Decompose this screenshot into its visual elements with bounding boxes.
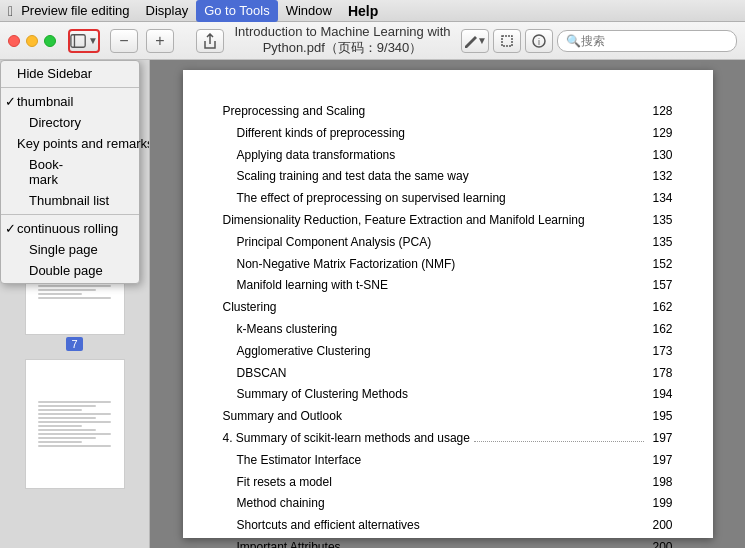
toc-dots [409, 136, 643, 137]
search-input[interactable] [557, 30, 737, 52]
toc-title: Principal Component Analysis (PCA) [223, 233, 432, 253]
toc-title: DBSCAN [223, 364, 287, 384]
thumbnail-item[interactable]: thumbnail [1, 91, 139, 112]
thumbnail-list-item[interactable]: Thumbnail list [1, 190, 139, 211]
svg-rect-2 [502, 36, 512, 46]
toc-title: Manifold learning with t-SNE [223, 276, 388, 296]
toc-dots [375, 354, 644, 355]
toc-dots [473, 179, 644, 180]
page-number-badge-7: 7 [66, 337, 82, 351]
toc-dots [392, 288, 644, 289]
maximize-button[interactable] [44, 35, 56, 47]
toc-row: Manifold learning with t-SNE157 [223, 276, 673, 296]
thumb-line [38, 285, 111, 287]
thumb-line [38, 441, 82, 443]
thumb-line [38, 293, 82, 295]
toc-dots [336, 485, 644, 486]
toc-page-number: 194 [648, 385, 673, 405]
hide-sidebar-item[interactable]: Hide Sidebar [1, 63, 139, 84]
selection-icon [500, 34, 514, 48]
menu-bar:  Preview file editing Display Go to Too… [0, 0, 745, 22]
toc-page-number: 135 [648, 233, 673, 253]
toc-dots [329, 506, 644, 507]
toc-title: The Estimator Interface [223, 451, 362, 471]
toc-table: Preprocessing and Scaling128Different ki… [223, 102, 673, 548]
toc-row: Principal Component Analysis (PCA)135 [223, 233, 673, 253]
bookmark-item[interactable]: Book-mark [1, 154, 139, 190]
toc-dots [341, 332, 643, 333]
thumbnail-item-8[interactable] [25, 359, 125, 489]
thumb-line [38, 445, 111, 447]
toc-page-number: 178 [648, 364, 673, 384]
thumb-line [38, 437, 96, 439]
zoom-in-button[interactable]: + [146, 29, 174, 53]
pen-icon [463, 34, 477, 48]
toc-row: Method chaining199 [223, 494, 673, 514]
toc-title: Scaling training and test data the same … [223, 167, 469, 187]
menu-help[interactable]: Help [340, 0, 386, 22]
select-button[interactable] [493, 29, 521, 53]
toolbar-right: ▼ i [461, 29, 737, 53]
thumb-line [38, 409, 82, 411]
toc-dots [281, 310, 644, 311]
info-icon: i [532, 34, 546, 48]
svg-text:i: i [538, 37, 540, 47]
sidebar: Hide Sidebar thumbnail Directory Key poi… [0, 60, 150, 548]
annotate-dropdown-arrow: ▼ [477, 35, 487, 46]
continuous-rolling-item[interactable]: continuous rolling [1, 218, 139, 239]
toc-row: Important Attributes200 [223, 538, 673, 548]
toc-page-number: 152 [648, 255, 673, 275]
info-button[interactable]: i [525, 29, 553, 53]
toc-page-number: 198 [648, 473, 673, 493]
toc-page-number: 135 [648, 211, 673, 231]
toc-row: Scaling training and test data the same … [223, 167, 673, 187]
share-button[interactable] [196, 29, 224, 53]
toc-page-number: 200 [648, 538, 673, 548]
single-page-item[interactable]: Single page [1, 239, 139, 260]
toc-title: Summary of Clustering Methods [223, 385, 408, 405]
toc-dots [424, 528, 644, 529]
toc-page-number: 173 [648, 342, 673, 362]
toc-row: Fit resets a model198 [223, 473, 673, 493]
annotate-button[interactable]: ▼ [461, 29, 489, 53]
zoom-out-button[interactable]: − [110, 29, 138, 53]
pdf-page: Preprocessing and Scaling128Different ki… [183, 70, 713, 538]
toc-title: Fit resets a model [223, 473, 332, 493]
menu-display[interactable]: Display [138, 0, 197, 22]
toc-row: Dimensionality Reduction, Feature Extrac… [223, 211, 673, 231]
toc-title: The effect of preprocessing on supervise… [223, 189, 506, 209]
thumb-line [38, 297, 111, 299]
window-toolbar: ▼ − + Introduction to Machine Learning w… [0, 22, 745, 60]
directory-item[interactable]: Directory [1, 112, 139, 133]
toc-title: 4. Summary of scikit-learn methods and u… [223, 429, 470, 449]
menu-go-to-tools[interactable]: Go to Tools [196, 0, 278, 22]
menu-app-name[interactable]: Preview file editing [13, 0, 137, 22]
toc-row: Summary and Outlook195 [223, 407, 673, 427]
toc-dots [369, 114, 643, 115]
key-points-item[interactable]: Key points and remarks [1, 133, 139, 154]
toc-dots [346, 419, 644, 420]
toc-row: Preprocessing and Scaling128 [223, 102, 673, 122]
thumb-line [38, 433, 111, 435]
thumb-line [38, 289, 96, 291]
toc-page-number: 132 [648, 167, 673, 187]
toc-dots [412, 397, 644, 398]
toc-page-number: 199 [648, 494, 673, 514]
thumbnail-preview-8 [25, 359, 125, 489]
toc-row: Shortcuts and efficient alternatives200 [223, 516, 673, 536]
toc-row: Non-Negative Matrix Factorization (NMF)1… [223, 255, 673, 275]
toc-title: Shortcuts and efficient alternatives [223, 516, 420, 536]
sidebar-dropdown-menu: Hide Sidebar thumbnail Directory Key poi… [0, 60, 140, 284]
close-button[interactable] [8, 35, 20, 47]
toc-dots [589, 223, 644, 224]
toc-page-number: 129 [648, 124, 673, 144]
dropdown-separator-2 [1, 214, 139, 215]
sidebar-toggle-button[interactable]: ▼ [68, 29, 100, 53]
traffic-lights [8, 35, 56, 47]
minimize-button[interactable] [26, 35, 38, 47]
menu-window[interactable]: Window [278, 0, 340, 22]
double-page-item[interactable]: Double page [1, 260, 139, 281]
toc-title: Different kinds of preprocessing [223, 124, 406, 144]
toc-row: Clustering162 [223, 298, 673, 318]
toc-row: Different kinds of preprocessing129 [223, 124, 673, 144]
